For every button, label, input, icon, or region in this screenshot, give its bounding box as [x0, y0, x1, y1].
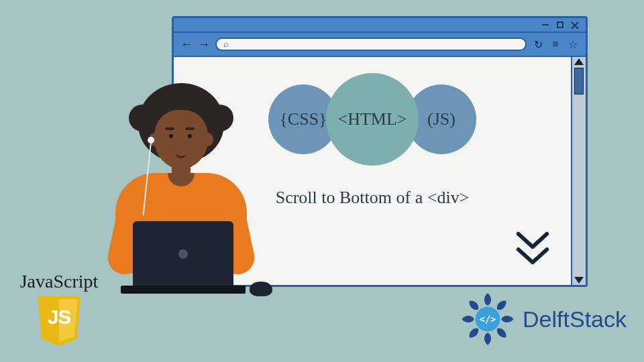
svg-text:</>: </> — [480, 314, 496, 324]
javascript-label: JavaScript — [19, 271, 99, 292]
window-maximize-icon — [556, 21, 564, 29]
mouse-icon — [250, 282, 272, 296]
browser-titlebar — [174, 18, 586, 33]
person-illustration — [80, 80, 282, 308]
scrollbar-down-icon — [574, 277, 584, 284]
delftstack-logo-icon: </> — [460, 291, 516, 347]
circle-css-label: {CSS} — [279, 109, 327, 129]
nav-back-icon: ← — [180, 38, 193, 52]
window-close-icon — [571, 21, 579, 29]
delftstack-brand: </> DelftStack — [460, 291, 627, 347]
javascript-shield-icon: JS — [35, 294, 83, 347]
nav-forward-icon: → — [198, 38, 210, 52]
address-bar: ⌕ — [215, 38, 527, 51]
browser-toolbar: ← → ⌕ ↻ ≡ ☆ — [174, 33, 586, 57]
circle-js-label: (JS) — [427, 109, 455, 129]
search-icon: ⌕ — [223, 39, 229, 50]
scrollbar — [571, 57, 586, 285]
javascript-badge: JavaScript JS — [19, 271, 99, 347]
scrollbar-up-icon — [574, 58, 584, 65]
caption-text: Scroll to Bottom of a <div> — [276, 188, 470, 208]
delftstack-name: DelftStack — [523, 306, 627, 333]
tech-circles: {CSS} <HTML> (JS) — [268, 73, 476, 166]
window-minimize-icon — [541, 21, 549, 29]
circle-html-label: <HTML> — [338, 109, 407, 129]
javascript-initials: JS — [35, 306, 83, 328]
scroll-down-chevrons-icon — [513, 230, 552, 273]
reload-icon: ↻ — [532, 38, 544, 51]
bookmark-star-icon: ☆ — [567, 38, 579, 51]
menu-icon: ≡ — [549, 38, 561, 50]
circle-html: <HTML> — [326, 73, 419, 166]
scrollbar-thumb — [574, 68, 584, 95]
